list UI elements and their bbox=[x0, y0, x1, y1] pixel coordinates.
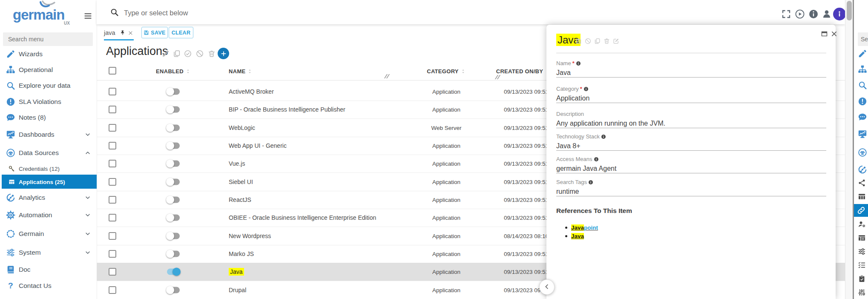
sidebar-item-sla-violations[interactable]: SLA Violations bbox=[0, 94, 97, 109]
field-value-category[interactable]: Application bbox=[556, 95, 589, 102]
panel-collapse-button[interactable] bbox=[539, 279, 555, 295]
rail-item-selected[interactable] bbox=[854, 204, 868, 217]
column-header-name[interactable]: NAME bbox=[229, 67, 253, 75]
sliders-icon[interactable] bbox=[858, 247, 866, 256]
chat-icon[interactable] bbox=[858, 112, 867, 122]
sidebar-item-germain[interactable]: Germain bbox=[0, 226, 97, 242]
pin-icon[interactable] bbox=[120, 30, 126, 36]
play-circle-icon[interactable] bbox=[795, 9, 805, 19]
ban-icon[interactable] bbox=[196, 50, 204, 58]
datasource-icon[interactable] bbox=[858, 148, 867, 157]
field-info-icon[interactable] bbox=[601, 134, 606, 139]
row-checkbox[interactable] bbox=[109, 196, 116, 204]
column-header-created[interactable]: CREATED ON/BY bbox=[492, 67, 554, 75]
column-resize-handle[interactable] bbox=[385, 74, 391, 78]
sitemap-icon[interactable] bbox=[858, 65, 867, 74]
row-checkbox[interactable] bbox=[109, 88, 116, 95]
enabled-toggle[interactable] bbox=[167, 269, 180, 275]
sort-icon[interactable] bbox=[247, 69, 253, 74]
analytics-icon[interactable] bbox=[858, 165, 867, 174]
hamburger-menu-icon[interactable] bbox=[83, 12, 92, 20]
sort-icon[interactable] bbox=[460, 69, 466, 74]
column-header-category[interactable]: CATEGORY bbox=[421, 67, 472, 75]
reference-link[interactable]: Java bbox=[571, 233, 584, 239]
list-check-icon[interactable] bbox=[858, 261, 866, 269]
enabled-toggle[interactable] bbox=[167, 142, 180, 149]
sidebar-item-operational[interactable]: Operational bbox=[0, 62, 97, 78]
row-checkbox[interactable] bbox=[109, 124, 116, 132]
sidebar-item-data-sources[interactable]: Data Sources bbox=[0, 145, 97, 161]
sort-icon[interactable] bbox=[185, 69, 191, 74]
row-checkbox[interactable] bbox=[109, 286, 116, 294]
rail-search-input[interactable]: Se bbox=[858, 32, 868, 46]
enabled-toggle[interactable] bbox=[167, 124, 180, 131]
enabled-toggle[interactable] bbox=[167, 106, 180, 113]
share-nodes-icon[interactable] bbox=[858, 179, 866, 187]
enabled-toggle[interactable] bbox=[167, 178, 180, 185]
dashboard-icon[interactable] bbox=[858, 129, 867, 139]
person-icon[interactable] bbox=[822, 9, 832, 19]
row-checkbox[interactable] bbox=[109, 106, 116, 113]
sidebar-item-contact-us[interactable]: ?Contact Us bbox=[0, 278, 97, 293]
field-value-name[interactable]: Java bbox=[556, 69, 571, 77]
clipboard-check-icon[interactable] bbox=[858, 275, 866, 283]
close-icon[interactable] bbox=[831, 31, 837, 37]
sidebar-item-dashboards[interactable]: Dashboards bbox=[0, 126, 97, 142]
field-value-technology-stack[interactable]: Java 8+ bbox=[556, 142, 580, 150]
select-all-checkbox[interactable] bbox=[109, 67, 116, 75]
check-circle-icon[interactable] bbox=[184, 50, 192, 58]
sidebar-search-input[interactable] bbox=[3, 32, 93, 46]
copy-icon[interactable] bbox=[594, 38, 601, 44]
table-list-icon[interactable] bbox=[858, 234, 866, 242]
edit-icon[interactable] bbox=[613, 38, 619, 44]
enabled-toggle[interactable] bbox=[167, 215, 180, 221]
sidebar-item-system[interactable]: System bbox=[0, 244, 97, 260]
field-info-icon[interactable] bbox=[588, 180, 593, 185]
search-icon[interactable] bbox=[858, 80, 867, 90]
add-application-button[interactable] bbox=[218, 48, 229, 59]
row-checkbox[interactable] bbox=[109, 268, 116, 276]
sidebar-item-notes-8[interactable]: Notes (8) bbox=[0, 109, 97, 125]
reference-link[interactable]: Javapoint bbox=[571, 224, 598, 231]
fullscreen-icon[interactable] bbox=[781, 9, 791, 19]
enabled-toggle[interactable] bbox=[167, 287, 180, 293]
user-gear-icon[interactable] bbox=[858, 220, 866, 228]
floppy-icon[interactable] bbox=[575, 38, 582, 44]
trash-icon[interactable] bbox=[208, 50, 216, 58]
ban-icon[interactable] bbox=[585, 38, 591, 44]
table-cells-icon[interactable] bbox=[858, 193, 866, 201]
enabled-toggle[interactable] bbox=[167, 196, 180, 203]
row-checkbox[interactable] bbox=[109, 214, 116, 221]
clear-button[interactable]: CLEAR bbox=[169, 27, 193, 38]
row-checkbox[interactable] bbox=[109, 160, 116, 167]
sidebar-item-wizards[interactable]: Wizards bbox=[0, 46, 97, 62]
row-checkbox[interactable] bbox=[109, 232, 116, 240]
trash-icon[interactable] bbox=[604, 38, 610, 44]
copy-icon[interactable] bbox=[173, 50, 181, 58]
exclamation-circle-icon[interactable] bbox=[858, 97, 867, 106]
remove-filter-icon[interactable] bbox=[128, 31, 133, 35]
enabled-toggle[interactable] bbox=[167, 161, 180, 167]
field-info-icon[interactable] bbox=[583, 86, 589, 92]
field-info-icon[interactable] bbox=[594, 157, 599, 162]
row-checkbox[interactable] bbox=[109, 178, 116, 186]
enabled-toggle[interactable] bbox=[167, 250, 180, 257]
global-search-input[interactable] bbox=[123, 5, 397, 20]
sliders-v-icon[interactable] bbox=[858, 288, 866, 296]
sidebar-item-applications-25[interactable]: Applications (25) bbox=[2, 175, 97, 189]
sidebar-item-doc[interactable]: Doc bbox=[0, 262, 97, 277]
field-value-access-means[interactable]: germain Java Agent bbox=[556, 165, 616, 172]
pencil-icon[interactable] bbox=[858, 49, 867, 58]
sidebar-item-analytics[interactable]: Analytics bbox=[0, 190, 97, 205]
field-info-icon[interactable] bbox=[576, 61, 581, 66]
save-button[interactable]: SAVE bbox=[141, 27, 168, 38]
row-checkbox[interactable] bbox=[109, 250, 116, 258]
popout-window-icon[interactable] bbox=[821, 30, 828, 37]
pencil-icon[interactable] bbox=[162, 50, 170, 58]
sidebar-item-credentials-12[interactable]: Credentials (12) bbox=[0, 162, 97, 175]
column-header-enabled[interactable]: ENABLED bbox=[150, 67, 197, 75]
info-circle-icon[interactable] bbox=[808, 9, 819, 19]
sidebar-item-explore-your-data[interactable]: Explore your data bbox=[0, 78, 97, 93]
field-value-search-tags[interactable]: runtime bbox=[556, 188, 579, 196]
user-avatar[interactable] bbox=[833, 8, 846, 20]
